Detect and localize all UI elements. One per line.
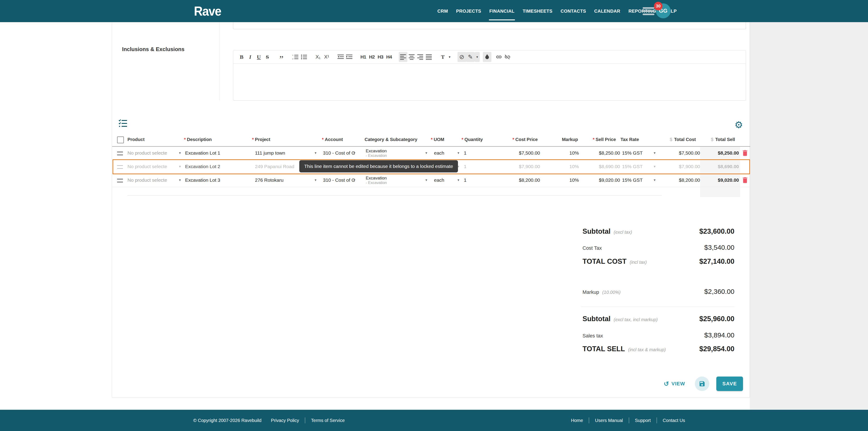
chevron-down-icon[interactable]: ▾ bbox=[426, 173, 427, 187]
terms-of-service-link[interactable]: Terms of Service bbox=[311, 418, 345, 423]
description-input[interactable]: Excavation Lot 3 bbox=[185, 173, 251, 187]
align-left-icon[interactable] bbox=[399, 52, 407, 62]
account-select[interactable]: 310 - Cost of G bbox=[323, 146, 355, 160]
total-sell-value: $8,250.00 bbox=[694, 146, 739, 160]
sales-tax-row: Sales tax $3,894.00 bbox=[583, 331, 735, 339]
cost-price-input[interactable]: $7,500.00 bbox=[495, 146, 540, 160]
quantity-input[interactable]: 1 bbox=[464, 146, 480, 160]
rave-logo[interactable]: Rave bbox=[194, 0, 221, 22]
subscript-icon[interactable]: X₁ bbox=[314, 52, 322, 62]
blockquote-icon[interactable]: ” bbox=[277, 50, 286, 64]
sell-price-input[interactable]: $8,250.00 bbox=[575, 146, 620, 160]
quantity-input[interactable]: 1 bbox=[464, 173, 480, 187]
product-select[interactable]: No product selecte bbox=[127, 173, 179, 187]
nav-item-financial[interactable]: FINANCIAL bbox=[489, 0, 515, 22]
project-select[interactable]: 111 jump town bbox=[255, 146, 313, 160]
pen-caret-icon[interactable]: ▾ bbox=[475, 52, 480, 62]
project-select[interactable]: 276 Rotokaru bbox=[255, 173, 313, 187]
account-select[interactable]: 310 - Cost of G bbox=[323, 173, 355, 187]
delete-row-icon[interactable] bbox=[741, 149, 749, 157]
line-items-checklist-icon[interactable] bbox=[119, 119, 128, 128]
h2-icon[interactable]: H2 bbox=[368, 52, 376, 62]
hamburger-menu-icon[interactable] bbox=[643, 7, 654, 15]
tax-rate-select[interactable]: 15% GST bbox=[622, 173, 654, 187]
clear-format-icon[interactable]: ⊘ bbox=[458, 52, 466, 62]
editor-content-area[interactable] bbox=[233, 64, 746, 100]
cost-tax-row: Cost Tax $3,540.00 bbox=[583, 244, 735, 251]
users-manual-link[interactable]: Users Manual bbox=[595, 418, 623, 423]
col-category: Category & Subcategory bbox=[365, 133, 417, 146]
chevron-down-icon[interactable]: ▾ bbox=[179, 173, 181, 187]
cost-price-input[interactable]: $8,200.00 bbox=[495, 173, 540, 187]
unordered-list-icon[interactable] bbox=[300, 52, 308, 62]
svg-text:2: 2 bbox=[292, 58, 293, 60]
drag-handle-icon[interactable] bbox=[117, 152, 123, 155]
undo-icon: ↺ bbox=[664, 380, 669, 388]
markup-input[interactable]: 10% bbox=[547, 173, 579, 187]
unlink-icon[interactable] bbox=[503, 52, 512, 62]
italic-icon[interactable]: I bbox=[246, 52, 254, 62]
description-input[interactable]: Excavation Lot 1 bbox=[185, 146, 251, 160]
bold-icon[interactable]: B bbox=[237, 52, 246, 62]
drag-handle-icon[interactable] bbox=[117, 179, 123, 182]
locked-row-tooltip: This line item cannot be edited because … bbox=[299, 160, 458, 173]
nav-item-timesheets[interactable]: TIMESHEETS bbox=[523, 0, 553, 22]
align-right-icon[interactable] bbox=[416, 52, 425, 62]
chevron-down-icon[interactable]: ▾ bbox=[315, 173, 316, 187]
sell-price-input: $8,690.00 bbox=[575, 160, 620, 173]
strikethrough-icon[interactable]: S bbox=[263, 52, 272, 62]
sell-price-input[interactable]: $9,020.00 bbox=[575, 173, 620, 187]
superscript-icon[interactable]: X¹ bbox=[322, 52, 331, 62]
nav-item-calendar[interactable]: CALENDAR bbox=[594, 0, 620, 22]
save-button[interactable]: SAVE bbox=[716, 376, 743, 391]
category-select[interactable]: Excavation - Excavation bbox=[366, 173, 424, 187]
inclusions-editor: B I U S ” 12 X₁ X¹ H1 H2 bbox=[233, 50, 746, 100]
cropped-field[interactable] bbox=[233, 22, 746, 29]
nav-item-contacts[interactable]: CONTACTS bbox=[561, 0, 586, 22]
link-icon[interactable] bbox=[495, 52, 503, 62]
chevron-down-icon[interactable]: ▾ bbox=[315, 146, 316, 160]
uom-select[interactable]: each bbox=[434, 173, 457, 187]
align-center-icon[interactable] bbox=[407, 52, 416, 62]
chevron-down-icon[interactable]: ▾ bbox=[353, 173, 355, 187]
pen-icon[interactable]: ✎ bbox=[466, 52, 475, 62]
nav-item-crm[interactable]: CRM bbox=[437, 0, 448, 22]
description-input: Excavation Lot 2 bbox=[185, 160, 251, 173]
outdent-icon[interactable] bbox=[336, 52, 345, 62]
chevron-down-icon[interactable]: ▾ bbox=[353, 146, 355, 160]
uom-select[interactable]: each bbox=[434, 146, 457, 160]
privacy-policy-link[interactable]: Privacy Policy bbox=[271, 418, 299, 423]
h4-icon[interactable]: H4 bbox=[385, 52, 393, 62]
delete-row-icon[interactable] bbox=[741, 176, 749, 184]
select-all-checkbox[interactable] bbox=[117, 136, 124, 143]
floppy-disk-icon bbox=[699, 380, 706, 387]
indent-icon[interactable] bbox=[345, 52, 353, 62]
eraser-icon[interactable] bbox=[483, 52, 491, 62]
chevron-down-icon[interactable]: ▾ bbox=[426, 146, 427, 160]
markup-input[interactable]: 10% bbox=[547, 146, 579, 160]
table-settings-gear-icon[interactable]: ⚙ bbox=[733, 119, 744, 130]
col-quantity: *Quantity bbox=[462, 133, 483, 146]
product-select[interactable]: No product selecte bbox=[127, 146, 179, 160]
tax-rate-select: 15% GST bbox=[622, 160, 654, 173]
text-color-caret-icon[interactable]: ▾ bbox=[447, 52, 452, 62]
view-button[interactable]: ↺ VIEW bbox=[664, 379, 685, 389]
category-select[interactable]: Excavation - Excavation bbox=[366, 146, 424, 160]
align-justify-icon[interactable] bbox=[425, 52, 433, 62]
h3-icon[interactable]: H3 bbox=[376, 52, 385, 62]
home-link[interactable]: Home bbox=[571, 418, 583, 423]
chevron-down-icon[interactable]: ▾ bbox=[458, 146, 459, 160]
drag-handle-icon[interactable] bbox=[117, 165, 123, 169]
chevron-down-icon[interactable]: ▾ bbox=[179, 146, 181, 160]
nav-item-projects[interactable]: PROJECTS bbox=[456, 0, 481, 22]
text-color-icon[interactable]: T bbox=[438, 52, 447, 62]
contact-us-link[interactable]: Contact Us bbox=[663, 418, 685, 423]
quick-save-button[interactable] bbox=[695, 376, 709, 391]
chevron-down-icon[interactable]: ▾ bbox=[458, 173, 459, 187]
tax-rate-select[interactable]: 15% GST bbox=[622, 146, 654, 160]
nav-links: CRM PROJECTS FINANCIAL TIMESHEETS CONTAC… bbox=[437, 0, 677, 22]
support-link[interactable]: Support bbox=[635, 418, 651, 423]
underline-icon[interactable]: U bbox=[254, 52, 263, 62]
ordered-list-icon[interactable]: 12 bbox=[291, 52, 300, 62]
h1-icon[interactable]: H1 bbox=[359, 52, 368, 62]
